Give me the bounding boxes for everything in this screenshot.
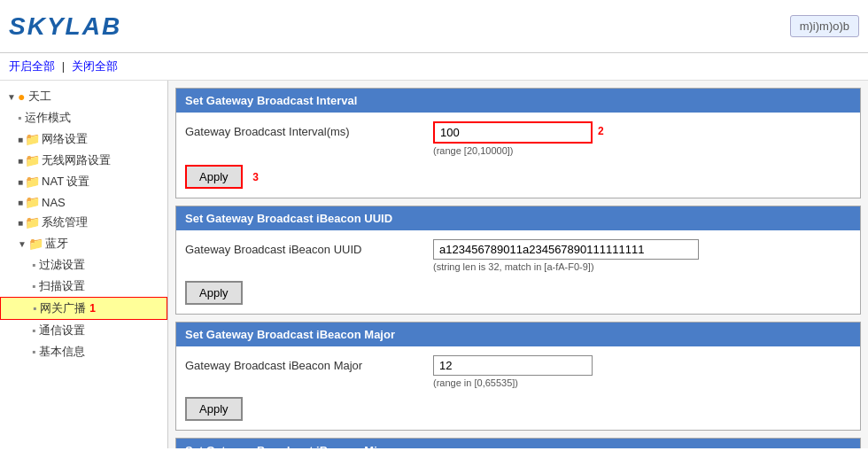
form-label-uuid: Gateway Broadcast iBeacon UUID bbox=[185, 239, 433, 260]
separator: | bbox=[62, 59, 65, 73]
sidebar-label-guolv: 过滤设置 bbox=[39, 257, 85, 273]
section-ibeacon-minor: Set Gateway Broadcast iBeacon Minor Gate… bbox=[175, 438, 861, 448]
section-ibeacon-major: Set Gateway Broadcast iBeacon Major Gate… bbox=[175, 322, 861, 431]
page-icon-yunzuo: ▪ bbox=[18, 112, 21, 124]
annotation-3: 3 bbox=[252, 171, 259, 183]
interval-hint: (range [20,10000]) bbox=[433, 145, 593, 156]
main-layout: ▼ ● 天工 ▪ 运作模式 ■ 📁 网络设置 ■ 📁 无线网路设置 ■ 📁 NA… bbox=[0, 81, 868, 448]
form-input-group-uuid: (string len is 32, match in [a-fA-F0-9]) bbox=[433, 239, 699, 272]
close-all-link[interactable]: 关闭全部 bbox=[72, 59, 118, 73]
sidebar-label-tongxin: 通信设置 bbox=[39, 323, 85, 338]
form-row-uuid: Gateway Broadcast iBeacon UUID (string l… bbox=[185, 239, 851, 272]
sidebar-item-nat[interactable]: ■ 📁 NAT 设置 bbox=[0, 171, 167, 192]
page-icon-guolv: ▪ bbox=[32, 259, 35, 271]
top-controls: 开启全部 | 关闭全部 bbox=[0, 53, 868, 81]
content: Set Gateway Broadcast Interval Gateway B… bbox=[168, 81, 868, 448]
section-body-broadcast-interval: Gateway Broadcast Interval(ms) (range [2… bbox=[176, 113, 860, 198]
sidebar-label-wangguan: 网关广播 bbox=[40, 300, 86, 316]
apply-button-interval[interactable]: Apply bbox=[185, 165, 243, 189]
expand-icon: ▼ bbox=[7, 92, 16, 102]
header: SKYLAB m)i)m)o)b bbox=[0, 0, 868, 53]
annotation-2: 2 bbox=[598, 125, 604, 137]
sidebar-label-nat: NAT 设置 bbox=[42, 174, 89, 190]
sidebar-item-bluetooth[interactable]: ▼ 📁 蓝牙 bbox=[0, 233, 167, 254]
section-header-minor: Set Gateway Broadcast iBeacon Minor bbox=[176, 439, 860, 448]
sidebar-item-wangguan[interactable]: ▪ 网关广播 1 bbox=[0, 297, 167, 320]
folder-icon-bluetooth: 📁 bbox=[28, 237, 43, 251]
sidebar-label-xitong: 系统管理 bbox=[42, 214, 88, 230]
open-all-link[interactable]: 开启全部 bbox=[9, 59, 55, 73]
sidebar-item-xitong[interactable]: ■ 📁 系统管理 bbox=[0, 212, 167, 233]
annotation-1: 1 bbox=[89, 302, 96, 315]
folder-icon-nas: 📁 bbox=[25, 195, 40, 209]
page-icon-jibenxinxi: ▪ bbox=[32, 346, 35, 358]
expand-icon-nat: ■ bbox=[18, 177, 23, 187]
section-header-uuid: Set Gateway Broadcast iBeacon UUID bbox=[176, 206, 860, 230]
sidebar-label-wuxian: 无线网路设置 bbox=[42, 152, 111, 168]
sidebar-label-bluetooth: 蓝牙 bbox=[45, 236, 68, 252]
apply-button-major[interactable]: Apply bbox=[185, 397, 243, 421]
expand-icon-wangluo: ■ bbox=[18, 135, 23, 144]
expand-icon-wuxian: ■ bbox=[18, 156, 23, 166]
form-input-group-major: (range in [0,65535]) bbox=[433, 355, 593, 388]
mimo-badge: m)i)m)o)b bbox=[790, 15, 859, 37]
section-body-uuid: Gateway Broadcast iBeacon UUID (string l… bbox=[176, 230, 860, 314]
form-row-interval: Gateway Broadcast Interval(ms) (range [2… bbox=[185, 121, 851, 156]
expand-icon-xitong: ■ bbox=[18, 218, 23, 228]
form-label-interval: Gateway Broadcast Interval(ms) bbox=[185, 121, 433, 142]
sidebar-item-guolv[interactable]: ▪ 过滤设置 bbox=[0, 254, 167, 276]
sidebar-label-jibenxinxi: 基本信息 bbox=[39, 344, 85, 360]
logo: SKYLAB bbox=[9, 12, 121, 41]
section-header-broadcast-interval: Set Gateway Broadcast Interval bbox=[176, 89, 860, 113]
sidebar-item-wangluo[interactable]: ■ 📁 网络设置 bbox=[0, 128, 167, 150]
sidebar-item-nas[interactable]: ■ 📁 NAS bbox=[0, 192, 167, 212]
sidebar-item-yunzuo[interactable]: ▪ 运作模式 bbox=[0, 107, 167, 128]
sidebar-item-tongxin[interactable]: ▪ 通信设置 bbox=[0, 320, 167, 341]
form-row-major: Gateway Broadcast iBeacon Major (range i… bbox=[185, 355, 851, 388]
section-body-major: Gateway Broadcast iBeacon Major (range i… bbox=[176, 346, 860, 430]
major-hint: (range in [0,65535]) bbox=[433, 377, 593, 388]
apply-button-uuid[interactable]: Apply bbox=[185, 281, 243, 305]
logo-text: SKYLAB bbox=[9, 12, 121, 40]
sidebar-label-tiangong: 天工 bbox=[28, 89, 51, 105]
interval-input[interactable] bbox=[433, 121, 593, 144]
expand-icon-nas: ■ bbox=[18, 198, 23, 207]
page-icon-saomiao: ▪ bbox=[32, 280, 35, 292]
form-label-major: Gateway Broadcast iBeacon Major bbox=[185, 355, 433, 376]
folder-icon-wangluo: 📁 bbox=[25, 132, 40, 146]
expand-icon-bluetooth: ▼ bbox=[18, 239, 27, 249]
sidebar-item-saomiao[interactable]: ▪ 扫描设置 bbox=[0, 276, 167, 297]
section-ibeacon-uuid: Set Gateway Broadcast iBeacon UUID Gatew… bbox=[175, 206, 861, 315]
folder-icon-tiangong: ● bbox=[18, 89, 25, 104]
sidebar-label-nas: NAS bbox=[42, 196, 66, 209]
folder-icon-wuxian: 📁 bbox=[25, 153, 40, 167]
page-icon-wangguan: ▪ bbox=[33, 302, 36, 315]
page-icon-tongxin: ▪ bbox=[32, 324, 35, 337]
sidebar-label-yunzuo: 运作模式 bbox=[25, 110, 71, 126]
folder-icon-xitong: 📁 bbox=[25, 215, 40, 229]
section-broadcast-interval: Set Gateway Broadcast Interval Gateway B… bbox=[175, 88, 861, 198]
form-input-group-interval: (range [20,10000]) bbox=[433, 121, 593, 156]
folder-icon-nat: 📁 bbox=[25, 175, 40, 189]
uuid-input[interactable] bbox=[433, 239, 699, 260]
sidebar-label-wangluo: 网络设置 bbox=[42, 131, 88, 147]
major-input[interactable] bbox=[433, 355, 593, 376]
section-header-major: Set Gateway Broadcast iBeacon Major bbox=[176, 323, 860, 346]
sidebar-item-tiangong[interactable]: ▼ ● 天工 bbox=[0, 86, 167, 107]
uuid-hint: (string len is 32, match in [a-fA-F0-9]) bbox=[433, 261, 699, 272]
sidebar: ▼ ● 天工 ▪ 运作模式 ■ 📁 网络设置 ■ 📁 无线网路设置 ■ 📁 NA… bbox=[0, 81, 168, 448]
sidebar-item-jibenxinxi[interactable]: ▪ 基本信息 bbox=[0, 341, 167, 362]
sidebar-item-wuxian[interactable]: ■ 📁 无线网路设置 bbox=[0, 150, 167, 171]
sidebar-label-saomiao: 扫描设置 bbox=[39, 278, 85, 294]
